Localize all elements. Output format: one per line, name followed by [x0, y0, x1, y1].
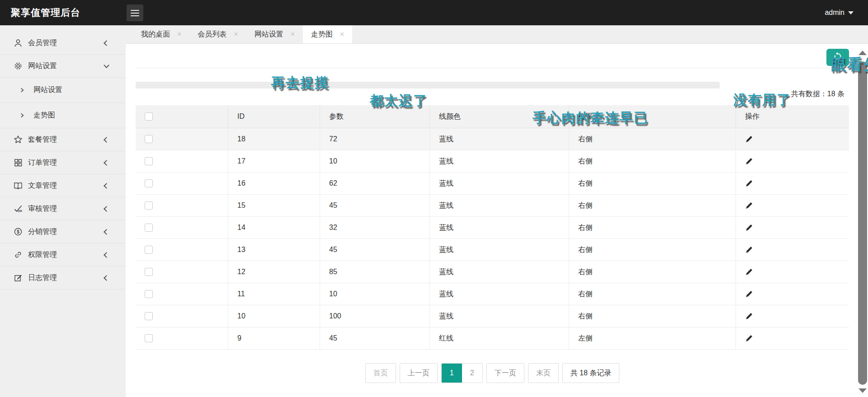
- pencil-icon[interactable]: [745, 268, 753, 276]
- row-checkbox[interactable]: [145, 246, 153, 254]
- total-records-label: 共 18 条记录: [562, 363, 620, 383]
- chevron-left-icon: [104, 137, 109, 143]
- first-page-button[interactable]: 首页: [365, 363, 396, 383]
- row-checkbox[interactable]: [145, 135, 153, 143]
- link-icon: [14, 250, 23, 259]
- table-row: 10 100 蓝线 右侧: [136, 305, 849, 327]
- table-row: 13 45 蓝线 右侧: [136, 239, 849, 261]
- row-checkbox[interactable]: [145, 201, 153, 210]
- close-icon[interactable]: ×: [177, 30, 181, 38]
- scrollbar-thumb[interactable]: [858, 61, 867, 385]
- column-header-id: ID: [228, 105, 320, 128]
- content-toolbar: [136, 44, 849, 68]
- sidebar-item-orders[interactable]: 订单管理: [0, 151, 126, 174]
- grid-icon: [14, 158, 23, 167]
- close-icon[interactable]: ×: [340, 30, 344, 38]
- pagination: 首页 上一页 1 2 下一页 末页 共 18 条记录: [136, 363, 849, 383]
- row-checkbox[interactable]: [145, 179, 153, 187]
- sidebar-toggle-button[interactable]: [127, 5, 143, 21]
- chevron-right-icon: [19, 88, 24, 93]
- close-icon[interactable]: ×: [234, 30, 238, 38]
- sidebar-subitem-trend-chart[interactable]: 走势图: [0, 103, 126, 128]
- app-title: 聚享值管理后台: [11, 0, 80, 25]
- last-page-button[interactable]: 末页: [528, 363, 559, 383]
- row-checkbox[interactable]: [145, 290, 153, 298]
- scrollbar-up-arrow[interactable]: [859, 51, 867, 55]
- table-row: 11 10 蓝线 右侧: [136, 283, 849, 305]
- page-numbers: 1 2: [441, 363, 483, 383]
- table-row: 12 85 蓝线 右侧: [136, 261, 849, 283]
- row-checkbox[interactable]: [145, 224, 153, 232]
- data-table: ID 参数 线颜色 位置 操作 18 72 蓝线 右侧 17 10 蓝线 右侧 …: [136, 105, 849, 350]
- column-header-action: 操作: [736, 105, 849, 128]
- book-icon: [14, 181, 23, 190]
- pencil-icon[interactable]: [745, 202, 753, 210]
- user-dropdown[interactable]: admin: [825, 0, 854, 25]
- sidebar-item-site-settings[interactable]: 网站设置: [0, 55, 126, 78]
- sidebar-item-distribution[interactable]: $ 分销管理: [0, 220, 126, 243]
- user-icon: [14, 38, 23, 47]
- caret-down-icon: [848, 11, 854, 14]
- row-checkbox[interactable]: [145, 268, 153, 276]
- refresh-icon: [833, 51, 843, 63]
- edit-icon: [14, 273, 23, 282]
- chevron-left-icon: [104, 275, 109, 281]
- svg-text:QM: QM: [18, 210, 22, 212]
- table-row: 17 10 蓝线 右侧: [136, 150, 849, 173]
- sidebar-item-permissions[interactable]: 权限管理: [0, 243, 126, 266]
- row-checkbox[interactable]: [145, 334, 153, 342]
- sidebar: 会员管理 网站设置 网站设置 走势图 套餐管理 订单管理 文章管理: [0, 25, 126, 397]
- tab-member-list[interactable]: 会员列表 ×: [189, 25, 246, 43]
- table-row: 15 45 蓝线 右侧: [136, 195, 849, 217]
- chevron-left-icon: [104, 160, 109, 166]
- column-header-param: 参数: [320, 105, 430, 128]
- scrollbar-down-arrow[interactable]: [859, 388, 867, 393]
- chevron-right-icon: [19, 113, 24, 118]
- page-button-1[interactable]: 1: [442, 364, 462, 383]
- table-row: 14 32 蓝线 右侧: [136, 217, 849, 239]
- toolbar-placeholder-bar: [136, 82, 720, 89]
- chevron-left-icon: [104, 229, 109, 235]
- tab-my-desktop[interactable]: 我的桌面 ×: [133, 25, 189, 43]
- sidebar-item-articles[interactable]: 文章管理: [0, 174, 126, 197]
- tab-trend-chart[interactable]: 走势图 ×: [303, 25, 352, 43]
- close-icon[interactable]: ×: [291, 30, 295, 38]
- table-row: 9 45 红线 左侧: [136, 327, 849, 350]
- chevron-left-icon: [104, 252, 109, 258]
- next-page-button[interactable]: 下一页: [486, 363, 524, 383]
- select-all-checkbox[interactable]: [145, 112, 153, 121]
- dollar-icon: $: [14, 227, 23, 236]
- refresh-button[interactable]: [826, 49, 849, 66]
- pencil-icon[interactable]: [745, 335, 753, 342]
- pencil-icon[interactable]: [745, 180, 753, 187]
- star-icon: [14, 135, 23, 144]
- row-checkbox[interactable]: [145, 157, 153, 165]
- user-name: admin: [825, 9, 844, 17]
- pencil-icon[interactable]: [745, 313, 753, 320]
- table-header-row: ID 参数 线颜色 位置 操作: [136, 105, 849, 128]
- table-row: 18 72 蓝线 右侧: [136, 128, 849, 150]
- prev-page-button[interactable]: 上一页: [400, 363, 438, 383]
- sidebar-subitem-site-settings[interactable]: 网站设置: [0, 78, 126, 103]
- chevron-left-icon: [104, 40, 109, 46]
- sidebar-item-packages[interactable]: 套餐管理: [0, 128, 126, 151]
- row-checkbox[interactable]: [145, 312, 153, 320]
- page-button-2[interactable]: 2: [462, 364, 482, 383]
- pencil-icon[interactable]: [745, 158, 753, 165]
- sidebar-item-members[interactable]: 会员管理: [0, 32, 126, 55]
- pencil-icon[interactable]: [745, 135, 753, 143]
- pencil-icon[interactable]: [745, 246, 753, 254]
- sidebar-item-logs[interactable]: 日志管理: [0, 266, 126, 290]
- menu-icon: [131, 10, 139, 18]
- chevron-down-icon: [104, 62, 109, 68]
- sidebar-item-review[interactable]: QM 审核管理: [0, 197, 126, 220]
- svg-text:$: $: [17, 229, 19, 234]
- pencil-icon[interactable]: [745, 224, 753, 232]
- app-header: 聚享值管理后台 admin: [0, 0, 868, 25]
- audit-icon: QM: [14, 204, 23, 213]
- tab-bar: 我的桌面 × 会员列表 × 网站设置 × 走势图 ×: [126, 25, 868, 44]
- total-count-label: 共有数据：18 条: [705, 89, 844, 99]
- column-header-line-color: 线颜色: [430, 105, 569, 128]
- pencil-icon[interactable]: [745, 290, 753, 298]
- tab-site-settings[interactable]: 网站设置 ×: [246, 25, 303, 43]
